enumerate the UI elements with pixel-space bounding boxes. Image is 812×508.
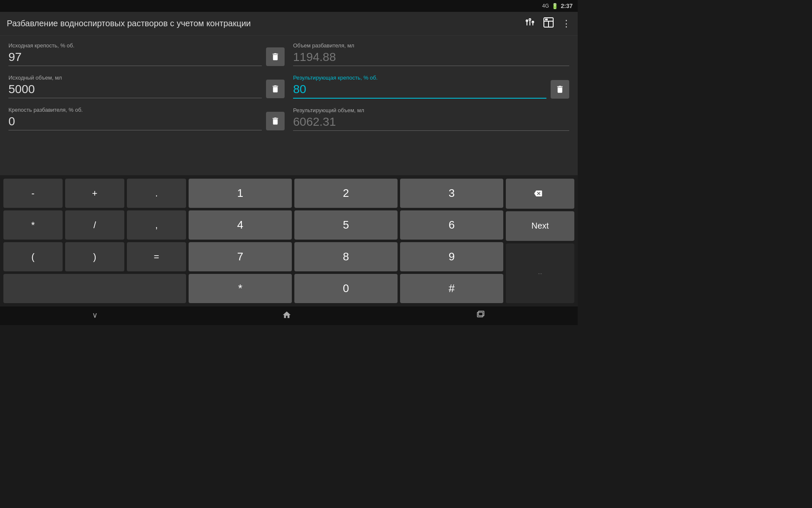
key-6[interactable]: 6 (400, 210, 503, 240)
label-diluent-strength: Крепость разбавителя, % об. (8, 107, 262, 113)
value-diluent-volume[interactable]: 1194.88 (293, 50, 569, 66)
key-1[interactable]: 1 (189, 179, 292, 208)
field-result-strength: Результирующая крепость, % об. 80 (293, 75, 569, 99)
nav-bar: ∧ (0, 306, 578, 325)
key-2[interactable]: 2 (294, 179, 398, 208)
field-diluent-volume: Объем разбавителя, мл 1194.88 (293, 42, 569, 66)
field-initial-strength: Исходная крепость, % об. 97 (8, 42, 285, 66)
label-result-volume: Результирующий объем, мл (293, 107, 569, 113)
key-hash[interactable]: # (400, 274, 503, 303)
label-initial-strength: Исходная крепость, % об. (8, 42, 262, 49)
label-result-strength: Результирующая крепость, % об. (293, 75, 546, 81)
status-bar: 4G 🔋 2:37 (0, 0, 578, 12)
keyboard-actions: Next ··· (506, 179, 574, 303)
clock: 2:37 (561, 3, 573, 9)
key-7[interactable]: 7 (189, 242, 292, 271)
value-initial-volume[interactable]: 5000 (8, 83, 262, 98)
clear-initial-strength-button[interactable] (266, 47, 285, 66)
key-3[interactable]: 3 (400, 179, 503, 208)
field-result-volume: Результирующий объем, мл 6062.31 (293, 107, 569, 131)
key-star[interactable]: * (189, 274, 292, 303)
clear-initial-volume-button[interactable] (266, 80, 285, 98)
value-initial-strength[interactable]: 97 (8, 50, 262, 66)
clear-result-strength-button[interactable] (551, 80, 569, 99)
battery-icon: 🔋 (551, 3, 558, 9)
nav-back-icon[interactable]: ∧ (92, 311, 98, 320)
key-plus[interactable]: + (65, 179, 124, 208)
equalizer-icon[interactable] (525, 17, 535, 30)
key-0[interactable]: 0 (294, 274, 398, 303)
key-minus[interactable]: - (3, 179, 63, 208)
key-equals[interactable]: = (127, 242, 186, 271)
svg-point-7 (529, 19, 531, 20)
signal-icon: 4G (542, 3, 549, 9)
calculator-icon[interactable] (543, 17, 554, 30)
clear-diluent-strength-button[interactable] (266, 112, 285, 130)
nav-recents-icon[interactable] (476, 310, 486, 322)
label-diluent-volume: Объем разбавителя, мл (293, 42, 569, 49)
main-content: Исходная крепость, % об. 97 Исходный объ… (0, 36, 578, 175)
field-diluent-strength: Крепость разбавителя, % об. 0 (8, 107, 285, 130)
key-8[interactable]: 8 (294, 242, 398, 271)
key-empty-right: ··· (506, 243, 574, 303)
key-close-paren[interactable]: ) (65, 242, 124, 271)
value-diluent-strength[interactable]: 0 (8, 115, 262, 130)
app-bar: Разбавление водноспиртовых растворов с у… (0, 12, 578, 36)
key-empty-1 (3, 274, 186, 303)
app-title: Разбавление водноспиртовых растворов с у… (7, 19, 525, 28)
keyboard-area: - + . * / , ( ) = 1 2 3 4 5 6 7 8 9 * 0 … (0, 175, 578, 306)
key-divide[interactable]: / (65, 210, 124, 240)
right-column: Объем разбавителя, мл 1194.88 Результиру… (293, 42, 569, 168)
key-backspace[interactable] (506, 179, 574, 209)
value-result-volume[interactable]: 6062.31 (293, 115, 569, 131)
svg-rect-0 (527, 22, 527, 25)
key-multiply[interactable]: * (3, 210, 63, 240)
key-dot[interactable]: . (127, 179, 186, 208)
value-result-strength[interactable]: 80 (293, 83, 546, 99)
label-initial-volume: Исходный объем, мл (8, 75, 262, 81)
key-comma[interactable]: , (127, 210, 186, 240)
key-9[interactable]: 9 (400, 242, 503, 271)
left-column: Исходная крепость, % об. 97 Исходный объ… (8, 42, 285, 168)
action-icons: ⋮ (525, 17, 571, 30)
keyboard-numbers: 1 2 3 4 5 6 7 8 9 * 0 # (189, 179, 503, 303)
nav-home-icon[interactable] (282, 310, 291, 322)
key-next[interactable]: Next (506, 211, 574, 241)
more-vert-icon[interactable]: ⋮ (562, 18, 571, 29)
key-5[interactable]: 5 (294, 210, 398, 240)
field-initial-volume: Исходный объем, мл 5000 (8, 75, 285, 98)
key-4[interactable]: 4 (189, 210, 292, 240)
keyboard-operators: - + . * / , ( ) = (3, 179, 186, 303)
key-open-paren[interactable]: ( (3, 242, 63, 271)
